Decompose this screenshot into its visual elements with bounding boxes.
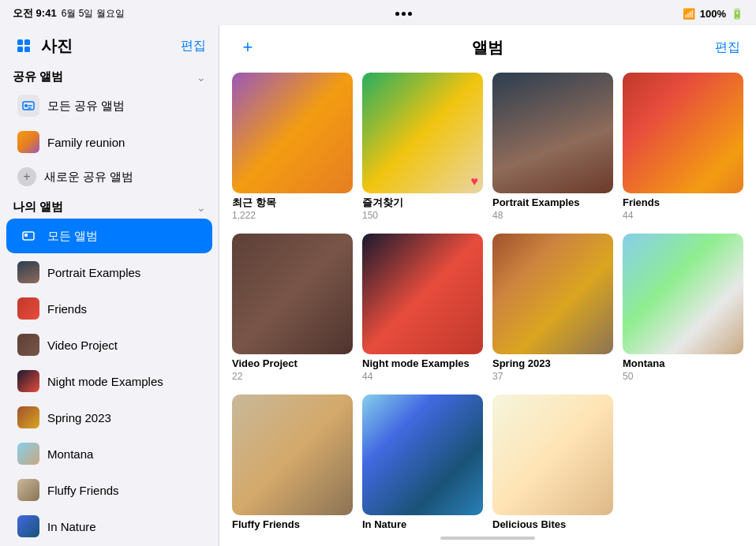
svg-rect-7 bbox=[24, 234, 28, 237]
album-item-portrait[interactable]: Portrait Examples 48 bbox=[492, 73, 613, 221]
album-item-friends[interactable]: Friends 44 bbox=[623, 73, 743, 221]
album-count-portrait: 48 bbox=[492, 210, 613, 221]
sidebar-header: 사진 편집 bbox=[0, 25, 219, 63]
album-thumb-delicious bbox=[492, 395, 613, 515]
video-label: Video Project bbox=[47, 338, 118, 352]
all-albums-label: 모든 앨범 bbox=[47, 229, 98, 244]
album-name-spring: Spring 2023 bbox=[492, 357, 613, 371]
sidebar-item-spring[interactable]: Spring 2023 bbox=[6, 400, 212, 435]
sidebar-item-all-albums[interactable]: 모든 앨범 bbox=[6, 219, 212, 253]
portrait-thumbnail bbox=[17, 261, 39, 283]
svg-rect-3 bbox=[24, 47, 30, 52]
sidebar-item-portrait[interactable]: Portrait Examples bbox=[6, 255, 212, 290]
battery-icon: 🔋 bbox=[731, 8, 743, 20]
album-name-favorites: 즐겨찾기 bbox=[362, 196, 483, 210]
shared-albums-section-header: 공유 앨범 ⌄ bbox=[0, 63, 219, 88]
album-row-2: Fluffy Friends 8 In Nature 53 Delicious … bbox=[232, 395, 743, 530]
status-indicators: 📶 100% 🔋 bbox=[683, 8, 743, 20]
album-thumb-innature bbox=[362, 395, 483, 515]
sidebar-item-new-shared[interactable]: + 새로운 공유 앨범 bbox=[6, 161, 212, 193]
album-name-fluffy: Fluffy Friends bbox=[232, 518, 353, 530]
spring-label: Spring 2023 bbox=[47, 411, 111, 424]
innature-label: In Nature bbox=[47, 520, 96, 533]
sidebar-item-friends[interactable]: Friends bbox=[6, 291, 212, 326]
sidebar-item-family-reunion[interactable]: Family reunion bbox=[6, 125, 212, 159]
album-name-innature: In Nature bbox=[362, 518, 483, 530]
album-grid: 최근 항목 1,222 ♥ 즐겨찾기 150 Portrait Examples bbox=[219, 66, 756, 530]
album-item-fluffy[interactable]: Fluffy Friends 8 bbox=[232, 395, 353, 530]
album-thumb-nightmode bbox=[362, 234, 483, 354]
status-dots bbox=[395, 12, 412, 16]
montana-label: Montana bbox=[47, 447, 93, 461]
video-thumbnail bbox=[17, 334, 39, 356]
album-item-recent[interactable]: 최근 항목 1,222 bbox=[232, 73, 353, 221]
spring-thumbnail bbox=[17, 406, 39, 428]
sidebar-item-all-shared[interactable]: 모든 공유 앨범 bbox=[6, 88, 212, 123]
album-name-friends: Friends bbox=[623, 196, 743, 210]
album-name-recent: 최근 항목 bbox=[232, 196, 353, 210]
album-count-favorites: 150 bbox=[362, 210, 483, 221]
sidebar-edit-button[interactable]: 편집 bbox=[181, 38, 206, 54]
sidebar-item-montana[interactable]: Montana bbox=[6, 436, 212, 471]
content-header: + 앨범 편집 bbox=[219, 25, 756, 66]
album-name-montana: Montana bbox=[623, 357, 743, 371]
album-name-delicious: Delicious Bites bbox=[492, 518, 613, 530]
all-shared-label: 모든 공유 앨범 bbox=[47, 99, 125, 114]
album-item-nightmode[interactable]: Night mode Examples 44 bbox=[362, 234, 483, 382]
album-count-video: 22 bbox=[232, 371, 353, 382]
sidebar-item-nightmode[interactable]: Night mode Examples bbox=[6, 364, 212, 398]
album-thumb-spring bbox=[492, 234, 613, 354]
svg-rect-0 bbox=[17, 39, 23, 45]
album-item-montana[interactable]: Montana 50 bbox=[623, 234, 743, 382]
status-time: 오전 9:41 6월 5일 월요일 bbox=[13, 6, 125, 21]
nightmode-label: Night mode Examples bbox=[47, 375, 163, 388]
svg-point-5 bbox=[24, 104, 28, 107]
home-indicator bbox=[219, 530, 756, 546]
family-reunion-thumbnail bbox=[17, 131, 39, 153]
album-item-favorites[interactable]: ♥ 즐겨찾기 150 bbox=[362, 73, 483, 221]
album-thumb-portrait bbox=[492, 73, 613, 193]
album-row-1: Video Project 22 Night mode Examples 44 … bbox=[232, 234, 743, 382]
album-count-montana: 50 bbox=[623, 371, 743, 382]
album-name-video: Video Project bbox=[232, 357, 353, 371]
album-count-friends: 44 bbox=[623, 210, 743, 221]
new-shared-label: 새로운 공유 앨범 bbox=[44, 170, 133, 185]
album-count-nightmode: 44 bbox=[362, 371, 483, 382]
friends-thumbnail bbox=[17, 297, 39, 320]
shared-album-icon bbox=[17, 95, 39, 117]
album-name-portrait: Portrait Examples bbox=[492, 196, 613, 210]
new-shared-icon: + bbox=[17, 167, 36, 186]
portrait-label: Portrait Examples bbox=[47, 266, 140, 279]
sidebar-item-innature[interactable]: In Nature bbox=[6, 509, 212, 544]
main-edit-button[interactable]: 편집 bbox=[715, 39, 740, 56]
album-item-innature[interactable]: In Nature 53 bbox=[362, 395, 483, 530]
sidebar-item-fluffy[interactable]: Fluffy Friends bbox=[6, 473, 212, 507]
album-thumb-recent bbox=[232, 73, 353, 193]
family-reunion-label: Family reunion bbox=[47, 136, 125, 149]
nightmode-thumbnail bbox=[17, 370, 39, 392]
svg-rect-1 bbox=[24, 39, 30, 45]
album-count-spring: 37 bbox=[492, 371, 613, 382]
sidebar-grid-icon[interactable] bbox=[13, 35, 35, 57]
my-albums-section-header: 나의 앨범 ⌄ bbox=[0, 193, 219, 218]
fluffy-thumbnail bbox=[17, 479, 39, 501]
album-item-delicious[interactable]: Delicious Bites 10 bbox=[492, 395, 613, 530]
shared-albums-title: 공유 앨범 bbox=[13, 69, 63, 84]
sidebar-item-video[interactable]: Video Project bbox=[6, 327, 212, 362]
album-item-video[interactable]: Video Project 22 bbox=[232, 234, 353, 382]
wifi-icon: 📶 bbox=[683, 8, 695, 20]
friends-label: Friends bbox=[47, 302, 87, 316]
heart-icon: ♥ bbox=[471, 174, 479, 189]
montana-thumbnail bbox=[17, 443, 39, 465]
app-container: 사진 편집 공유 앨범 ⌄ 모든 공유 앨범 Family reunion bbox=[0, 25, 756, 546]
album-item-spring[interactable]: Spring 2023 37 bbox=[492, 234, 613, 382]
album-thumb-montana bbox=[623, 234, 743, 354]
fluffy-label: Fluffy Friends bbox=[47, 484, 119, 497]
album-count-recent: 1,222 bbox=[232, 210, 353, 221]
add-album-button[interactable]: + bbox=[235, 35, 260, 60]
main-content: + 앨범 편집 최근 항목 1,222 ♥ bbox=[219, 25, 756, 546]
sidebar-title: 사진 bbox=[41, 36, 73, 57]
album-thumb-favorites: ♥ bbox=[362, 73, 483, 193]
home-bar bbox=[440, 537, 535, 540]
album-thumb-fluffy bbox=[232, 395, 353, 515]
